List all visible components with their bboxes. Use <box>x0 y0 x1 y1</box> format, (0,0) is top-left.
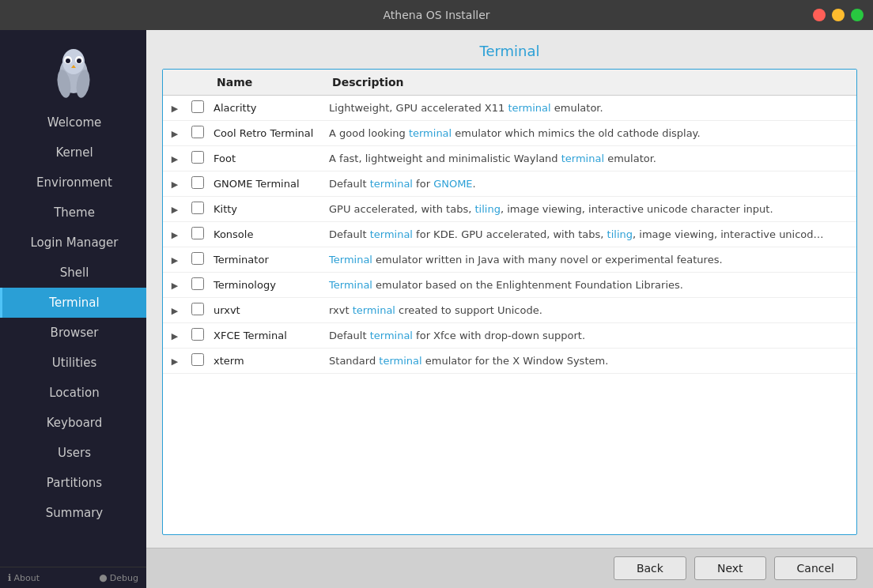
table-row: ▶XFCE TerminalDefault terminal for Xfce … <box>163 323 856 349</box>
sidebar-item-kernel[interactable]: Kernel <box>0 138 146 168</box>
expand-icon[interactable]: ▶ <box>168 331 181 341</box>
content-area: Terminal Name Description ▶AlacrittyLigh… <box>146 30 873 588</box>
col-expand <box>163 70 187 96</box>
expand-icon[interactable]: ▶ <box>168 356 181 367</box>
terminal-name: XFCE Terminal <box>209 323 324 349</box>
terminal-table: Name Description ▶AlacrittyLightweight, … <box>163 70 856 374</box>
sidebar-item-welcome[interactable]: Welcome <box>0 107 146 138</box>
logo-icon <box>50 44 97 100</box>
main-layout: WelcomeKernelEnvironmentThemeLogin Manag… <box>0 30 873 588</box>
expand-icon[interactable]: ▶ <box>168 129 181 139</box>
table-row: ▶KittyGPU accelerated, with tabs, tiling… <box>163 197 856 222</box>
terminal-name: Konsole <box>209 222 324 247</box>
terminal-name: Cool Retro Terminal <box>209 121 324 146</box>
terminal-name: Foot <box>209 146 324 172</box>
terminal-description: GPU accelerated, with tabs, tiling, imag… <box>324 197 856 222</box>
terminal-description: Default terminal for Xfce with drop-down… <box>324 323 856 349</box>
expand-icon[interactable]: ▶ <box>168 179 181 190</box>
content-title: Terminal <box>162 43 857 59</box>
table-row: ▶TerminologyTerminal emulator based on t… <box>163 273 856 298</box>
content-inner: Terminal Name Description ▶AlacrittyLigh… <box>146 30 873 548</box>
terminal-checkbox[interactable] <box>191 202 204 214</box>
table-row: ▶GNOME TerminalDefault terminal for GNOM… <box>163 172 856 197</box>
table-row: ▶TerminatorTerminal emulator written in … <box>163 247 856 273</box>
debug-icon: ● <box>99 572 107 583</box>
terminal-description: Terminal emulator based on the Enlighten… <box>324 273 856 298</box>
terminal-description: Terminal emulator written in Java with m… <box>324 247 856 273</box>
svg-point-5 <box>77 58 81 63</box>
sidebar-item-keyboard[interactable]: Keyboard <box>0 408 146 438</box>
terminal-checkbox[interactable] <box>191 303 204 315</box>
sidebar-item-browser[interactable]: Browser <box>0 318 146 348</box>
info-icon: ℹ <box>8 572 12 583</box>
terminal-checkbox[interactable] <box>191 227 204 239</box>
col-description: Description <box>324 70 856 96</box>
sidebar: WelcomeKernelEnvironmentThemeLogin Manag… <box>0 30 146 588</box>
expand-icon[interactable]: ▶ <box>168 306 181 316</box>
sidebar-item-shell[interactable]: Shell <box>0 258 146 288</box>
expand-icon[interactable]: ▶ <box>168 104 181 114</box>
terminal-checkbox[interactable] <box>191 100 204 113</box>
maximize-button[interactable] <box>851 9 864 21</box>
next-button[interactable]: Next <box>694 556 766 580</box>
terminal-name: Terminator <box>209 247 324 273</box>
terminal-checkbox[interactable] <box>191 277 204 290</box>
sidebar-item-theme[interactable]: Theme <box>0 198 146 228</box>
sidebar-item-login-manager[interactable]: Login Manager <box>0 228 146 258</box>
sidebar-item-utilities[interactable]: Utilities <box>0 348 146 378</box>
window-title: Athena OS Installer <box>383 9 489 21</box>
cancel-button[interactable]: Cancel <box>774 556 857 580</box>
titlebar: Athena OS Installer <box>0 0 873 30</box>
terminal-name: Kitty <box>209 197 324 222</box>
terminal-description: Standard terminal emulator for the X Win… <box>324 349 856 374</box>
terminal-name: xterm <box>209 349 324 374</box>
terminal-checkbox[interactable] <box>191 151 204 164</box>
table-row: ▶Cool Retro TerminalA good looking termi… <box>163 121 856 146</box>
terminal-description: A fast, lightweight and minimalistic Way… <box>324 146 856 172</box>
terminal-checkbox[interactable] <box>191 353 204 366</box>
table-row: ▶urxvtrxvt terminal created to support U… <box>163 298 856 323</box>
terminal-description: rxvt terminal created to support Unicode… <box>324 298 856 323</box>
expand-icon[interactable]: ▶ <box>168 255 181 266</box>
col-check <box>187 70 209 96</box>
terminal-checkbox[interactable] <box>191 126 204 138</box>
sidebar-item-location[interactable]: Location <box>0 378 146 408</box>
table-row: ▶FootA fast, lightweight and minimalisti… <box>163 146 856 172</box>
sidebar-item-environment[interactable]: Environment <box>0 168 146 198</box>
table-row: ▶AlacrittyLightweight, GPU accelerated X… <box>163 96 856 121</box>
terminal-description: Lightweight, GPU accelerated X11 termina… <box>324 96 856 121</box>
sidebar-item-users[interactable]: Users <box>0 438 146 468</box>
terminal-description: Default terminal for GNOME. <box>324 172 856 197</box>
debug-link[interactable]: ● Debug <box>99 572 138 583</box>
sidebar-item-summary[interactable]: Summary <box>0 498 146 528</box>
minimize-button[interactable] <box>832 9 845 21</box>
terminal-checkbox[interactable] <box>191 252 204 265</box>
window-controls <box>813 9 864 21</box>
close-button[interactable] <box>813 9 826 21</box>
sidebar-item-partitions[interactable]: Partitions <box>0 468 146 498</box>
terminal-name: Alacritty <box>209 96 324 121</box>
svg-point-4 <box>66 58 70 63</box>
terminal-name: Terminology <box>209 273 324 298</box>
expand-icon[interactable]: ▶ <box>168 281 181 291</box>
sidebar-item-terminal[interactable]: Terminal <box>0 288 146 318</box>
terminal-checkbox[interactable] <box>191 328 204 341</box>
back-button[interactable]: Back <box>614 556 686 580</box>
table-row: ▶xtermStandard terminal emulator for the… <box>163 349 856 374</box>
terminal-table-container[interactable]: Name Description ▶AlacrittyLightweight, … <box>162 69 857 535</box>
terminal-checkbox[interactable] <box>191 176 204 189</box>
terminal-description: A good looking terminal emulator which m… <box>324 121 856 146</box>
expand-icon[interactable]: ▶ <box>168 154 181 164</box>
expand-icon[interactable]: ▶ <box>168 230 181 240</box>
about-link[interactable]: ℹ About <box>8 572 40 583</box>
sidebar-nav: WelcomeKernelEnvironmentThemeLogin Manag… <box>0 107 146 567</box>
terminal-name: urxvt <box>209 298 324 323</box>
sidebar-footer: ℹ About ● Debug <box>0 567 146 588</box>
bottom-bar: Back Next Cancel <box>146 548 873 588</box>
col-name: Name <box>209 70 324 96</box>
terminal-description: Default terminal for KDE. GPU accelerate… <box>324 222 856 247</box>
expand-icon[interactable]: ▶ <box>168 205 181 215</box>
table-row: ▶KonsoleDefault terminal for KDE. GPU ac… <box>163 222 856 247</box>
terminal-name: GNOME Terminal <box>209 172 324 197</box>
sidebar-logo <box>50 44 97 100</box>
